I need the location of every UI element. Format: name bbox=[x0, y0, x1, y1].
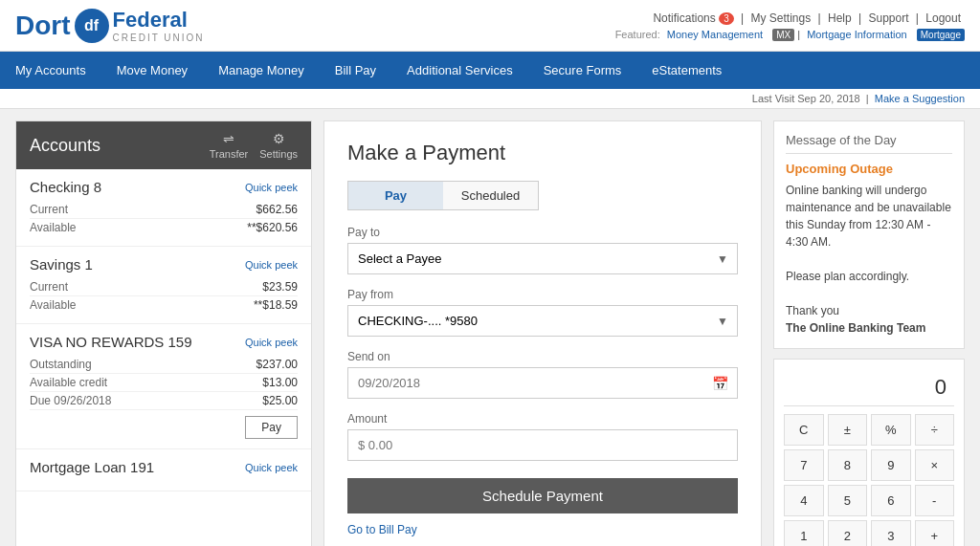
support-link[interactable]: Support bbox=[868, 11, 908, 25]
savings-quick-peek[interactable]: Quick peek bbox=[245, 259, 298, 271]
visa-outstanding-label: Outstanding bbox=[30, 358, 92, 371]
mortgage-badge: Mortgage bbox=[917, 29, 965, 41]
pay-to-group: Pay to Select a Payee ▼ bbox=[347, 226, 738, 274]
calc-btn-1[interactable]: 1 bbox=[784, 520, 824, 546]
top-nav-links: Notifications 3 | My Settings | Help | S… bbox=[615, 11, 965, 25]
visa-title-row: VISA NO REWARDS 159 Quick peek bbox=[30, 334, 298, 350]
settings-label: Settings bbox=[259, 148, 298, 160]
calc-btn-4[interactable]: 4 bbox=[784, 485, 824, 516]
checking-available-row: Available **$620.56 bbox=[30, 219, 298, 236]
account-checking: Checking 8 Quick peek Current $662.56 Av… bbox=[16, 169, 311, 247]
checking-title-row: Checking 8 Quick peek bbox=[30, 179, 298, 195]
amount-label: Amount bbox=[347, 412, 738, 426]
payment-title: Make a Payment bbox=[347, 141, 738, 165]
logo-df-badge: df bbox=[75, 9, 109, 43]
team-name: The Online Banking Team bbox=[786, 321, 925, 335]
logo-area: Dort df Federal CREDIT UNION bbox=[15, 8, 205, 43]
savings-available-value: **$18.59 bbox=[254, 298, 298, 312]
calc-btn-add[interactable]: + bbox=[915, 520, 955, 546]
pay-to-select[interactable]: Select a Payee bbox=[347, 243, 738, 274]
schedule-payment-button[interactable]: Schedule Payment bbox=[347, 478, 738, 513]
payment-panel: Make a Payment Pay Scheduled Pay to Sele… bbox=[323, 120, 762, 546]
pay-to-select-wrap: Select a Payee ▼ bbox=[347, 243, 738, 274]
calculator-grid: C ± % ÷ 7 8 9 × 4 5 6 - 1 2 3 + bbox=[784, 414, 954, 546]
calc-btn-divide[interactable]: ÷ bbox=[915, 414, 955, 446]
goto-bill-pay-link[interactable]: Go to Bill Pay bbox=[347, 523, 738, 536]
calc-btn-c[interactable]: C bbox=[784, 414, 824, 446]
checking-quick-peek[interactable]: Quick peek bbox=[245, 182, 298, 193]
money-management-link[interactable]: Money Management bbox=[667, 29, 763, 40]
nav-bill-pay[interactable]: Bill Pay bbox=[320, 52, 391, 89]
pay-from-select[interactable]: CHECKING-.... *9580 bbox=[347, 305, 738, 337]
transfer-label: Transfer bbox=[210, 148, 249, 160]
calendar-icon: 📅 bbox=[712, 376, 728, 391]
message-body: Online banking will undergo maintenance … bbox=[786, 182, 952, 337]
savings-name: Savings 1 bbox=[30, 256, 93, 273]
mortgage-name: Mortgage Loan 191 bbox=[30, 459, 154, 475]
calc-btn-6[interactable]: 6 bbox=[871, 485, 911, 516]
settings-tool[interactable]: ⚙ Settings bbox=[259, 131, 298, 160]
my-settings-link[interactable]: My Settings bbox=[750, 11, 811, 25]
sub-info-bar: Last Visit Sep 20, 2018 | Make a Suggest… bbox=[0, 89, 980, 109]
visa-credit-row: Available credit $13.00 bbox=[30, 374, 298, 392]
calc-btn-multiply[interactable]: × bbox=[915, 449, 955, 481]
calc-btn-7[interactable]: 7 bbox=[784, 449, 824, 481]
pay-from-group: Pay from CHECKING-.... *9580 ▼ bbox=[347, 288, 738, 337]
mortgage-quick-peek[interactable]: Quick peek bbox=[245, 462, 298, 473]
visa-pay-btn-row: Pay bbox=[30, 416, 298, 439]
tab-pay[interactable]: Pay bbox=[348, 182, 443, 209]
visa-outstanding-row: Outstanding $237.00 bbox=[30, 356, 298, 374]
calc-btn-2[interactable]: 2 bbox=[828, 520, 868, 546]
make-suggestion-link[interactable]: Make a Suggestion bbox=[875, 93, 965, 104]
calc-btn-subtract[interactable]: - bbox=[915, 485, 955, 516]
tab-scheduled[interactable]: Scheduled bbox=[443, 182, 538, 209]
savings-title-row: Savings 1 Quick peek bbox=[30, 256, 298, 273]
send-on-group: Send on 📅 bbox=[347, 350, 738, 399]
notifications-link[interactable]: Notifications 3 bbox=[653, 11, 737, 25]
calc-btn-percent[interactable]: % bbox=[871, 414, 911, 446]
account-mortgage: Mortgage Loan 191 Quick peek bbox=[16, 449, 311, 491]
accounts-panel: Accounts ⇌ Transfer ⚙ Settings Checking … bbox=[15, 120, 312, 546]
accounts-tools: ⇌ Transfer ⚙ Settings bbox=[210, 131, 298, 160]
amount-input[interactable] bbox=[347, 429, 738, 461]
savings-available-label: Available bbox=[30, 298, 76, 312]
nav-move-money[interactable]: Move Money bbox=[101, 52, 203, 89]
logo-dort: Dort bbox=[15, 11, 71, 41]
help-link[interactable]: Help bbox=[828, 11, 852, 25]
account-savings: Savings 1 Quick peek Current $23.59 Avai… bbox=[16, 247, 311, 324]
transfer-tool[interactable]: ⇌ Transfer bbox=[210, 131, 249, 160]
nav-manage-money[interactable]: Manage Money bbox=[203, 52, 320, 89]
logo-federal-block: Federal CREDIT UNION bbox=[113, 8, 205, 43]
nav-my-accounts[interactable]: My Accounts bbox=[0, 52, 101, 89]
pay-from-label: Pay from bbox=[347, 288, 738, 301]
nav-estatements[interactable]: eStatements bbox=[636, 52, 737, 89]
visa-pay-button[interactable]: Pay bbox=[245, 416, 298, 439]
visa-due-value: $25.00 bbox=[262, 394, 298, 407]
mortgage-information-link[interactable]: Mortgage Information bbox=[807, 29, 907, 40]
calc-btn-8[interactable]: 8 bbox=[828, 449, 868, 481]
logout-link[interactable]: Logout bbox=[925, 11, 961, 25]
calc-btn-plusminus[interactable]: ± bbox=[828, 414, 868, 446]
calc-btn-9[interactable]: 9 bbox=[871, 449, 911, 481]
pay-from-select-wrap: CHECKING-.... *9580 ▼ bbox=[347, 305, 738, 337]
accounts-title: Accounts bbox=[30, 136, 100, 156]
settings-icon: ⚙ bbox=[273, 131, 285, 146]
page-header: Dort df Federal CREDIT UNION Notificatio… bbox=[0, 0, 980, 52]
send-on-input[interactable] bbox=[347, 367, 738, 399]
message-panel: Message of the Day Upcoming Outage Onlin… bbox=[773, 120, 965, 349]
notifications-label: Notifications bbox=[653, 11, 715, 25]
featured-bar: Featured: Money Management MX | Mortgage… bbox=[615, 29, 965, 40]
logo-federal: Federal bbox=[113, 8, 188, 32]
nav-secure-forms[interactable]: Secure Forms bbox=[528, 52, 637, 89]
visa-quick-peek[interactable]: Quick peek bbox=[245, 337, 298, 348]
payment-tabs: Pay Scheduled bbox=[347, 181, 539, 210]
checking-current-row: Current $662.56 bbox=[30, 201, 298, 219]
outage-title: Upcoming Outage bbox=[786, 162, 952, 176]
amount-group: Amount bbox=[347, 412, 738, 461]
account-visa: VISA NO REWARDS 159 Quick peek Outstandi… bbox=[16, 324, 311, 449]
calc-btn-5[interactable]: 5 bbox=[828, 485, 868, 516]
visa-credit-value: $13.00 bbox=[262, 376, 298, 389]
nav-additional-services[interactable]: Additional Services bbox=[391, 52, 528, 89]
visa-credit-label: Available credit bbox=[30, 376, 107, 389]
calc-btn-3[interactable]: 3 bbox=[871, 520, 911, 546]
